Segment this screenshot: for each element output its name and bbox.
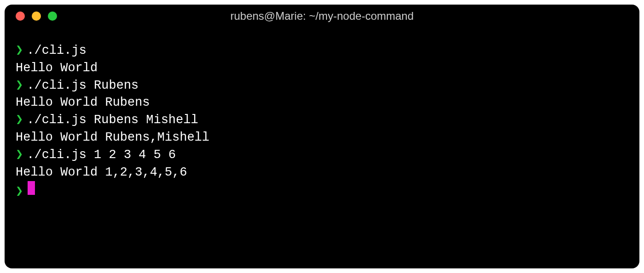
- output-line: Hello World: [16, 60, 628, 77]
- terminal-body[interactable]: ❯ ./cli.js Hello World ❯ ./cli.js Rubens…: [5, 28, 639, 212]
- command-text: ./cli.js: [27, 42, 86, 60]
- command-text: ./cli.js Rubens: [27, 77, 138, 95]
- title-bar: rubens@Marie: ~/my-node-command: [5, 5, 639, 28]
- close-icon[interactable]: [16, 11, 25, 21]
- command-line: ❯ ./cli.js 1 2 3 4 5 6: [16, 147, 628, 164]
- prompt-icon: ❯: [16, 147, 23, 164]
- command-text: ./cli.js 1 2 3 4 5 6: [27, 147, 176, 164]
- output-line: Hello World Rubens,Mishell: [16, 129, 628, 147]
- prompt-icon: ❯: [16, 183, 23, 201]
- output-text: Hello World Rubens: [16, 94, 150, 112]
- output-line: Hello World 1,2,3,4,5,6: [16, 164, 628, 182]
- window-controls: [16, 11, 57, 21]
- output-text: Hello World: [16, 60, 98, 77]
- window-title: rubens@Marie: ~/my-node-command: [230, 10, 414, 23]
- maximize-icon[interactable]: [48, 11, 57, 21]
- output-line: Hello World Rubens: [16, 94, 628, 112]
- command-line: ❯ ./cli.js: [16, 42, 628, 60]
- terminal-window: rubens@Marie: ~/my-node-command ❯ ./cli.…: [5, 5, 639, 268]
- output-text: Hello World 1,2,3,4,5,6: [16, 164, 187, 182]
- prompt-icon: ❯: [16, 112, 23, 129]
- output-text: Hello World Rubens,Mishell: [16, 129, 209, 147]
- command-text: ./cli.js Rubens Mishell: [27, 112, 198, 129]
- command-line: ❯ ./cli.js Rubens Mishell: [16, 112, 628, 129]
- cursor-icon: [28, 181, 35, 195]
- minimize-icon[interactable]: [32, 11, 41, 21]
- prompt-icon: ❯: [16, 77, 23, 95]
- active-prompt-line[interactable]: ❯: [16, 181, 628, 201]
- prompt-icon: ❯: [16, 42, 23, 60]
- command-line: ❯ ./cli.js Rubens: [16, 77, 628, 95]
